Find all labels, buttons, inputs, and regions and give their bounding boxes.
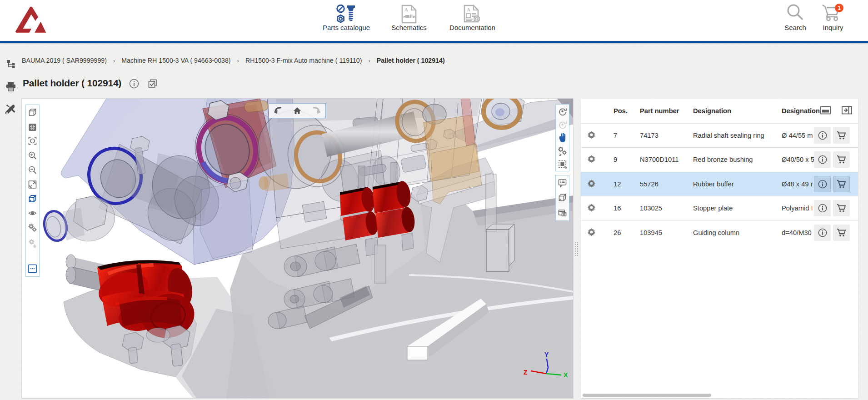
svg-text:X: X bbox=[564, 371, 568, 379]
svg-text:1: 1 bbox=[838, 5, 841, 11]
svg-text:A: A bbox=[467, 7, 470, 12]
svg-text:A: A bbox=[404, 7, 408, 12]
svg-text:Y: Y bbox=[544, 351, 549, 358]
svg-text:Z: Z bbox=[524, 369, 528, 376]
